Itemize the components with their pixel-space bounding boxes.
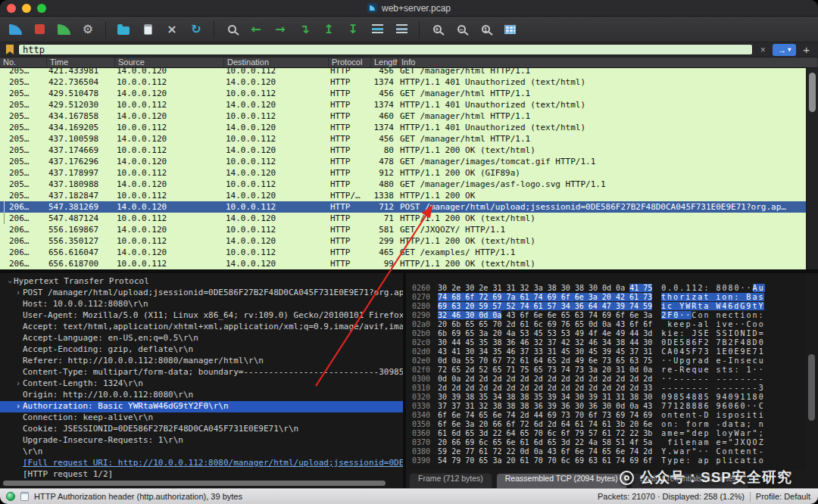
hex-row[interactable]: 028069 63 20 59 57 52 74 61 57 34 36 64 … — [412, 302, 806, 311]
detail-line[interactable]: Content-Type: multipart/form-data; bound… — [0, 367, 403, 378]
hex-ascii[interactable]: re-Reque sts: 1·· — [661, 366, 764, 374]
packet-row[interactable]: 206…656.61604714.0.0.12010.0.0.112HTTP46… — [0, 247, 806, 258]
packet-list-scrollbar[interactable] — [806, 68, 818, 269]
restart-capture-icon[interactable] — [55, 20, 73, 39]
go-back-icon[interactable]: ← — [247, 20, 265, 39]
hex-bytes[interactable]: 0d 0a 2d 2d 2d 2d 2d 2d 2d 2d 2d 2d 2d 2… — [438, 375, 652, 383]
hex-row[interactable]: 029032 46 30 0d 0a 43 6f 6e 6e 65 63 74 … — [412, 311, 806, 320]
hex-ascii[interactable]: ame="dep loyWar"; — [661, 429, 764, 437]
hex-bytes[interactable]: 2d 2d 2d 2d 2d 2d 2d 2d 2d 2d 2d 2d 2d 2… — [438, 384, 652, 392]
detail-line[interactable]: Referer: http://10.0.0.112:8080/manager/… — [0, 356, 403, 367]
packet-row[interactable]: 205…422.73650410.0.0.11214.0.0.120HTTP13… — [0, 76, 806, 88]
hex-row[interactable]: 03000d 0a 2d 2d 2d 2d 2d 2d 2d 2d 2d 2d … — [412, 375, 806, 384]
hex-row[interactable]: 027074 68 6f 72 69 7a 61 74 69 6f 6e 3a … — [412, 293, 806, 302]
hex-row[interactable]: 039054 79 70 65 3a 20 61 70 70 6c 69 63 … — [412, 456, 806, 465]
packet-list-scrollbar-thumb[interactable] — [809, 73, 816, 112]
bytes-tab[interactable]: Frame (712 bytes) — [409, 473, 492, 488]
packet-row[interactable]: 205…429.51047814.0.0.12010.0.0.112HTTP45… — [0, 88, 806, 99]
capture-options-icon[interactable]: ⚙ — [79, 20, 97, 39]
column-header-no[interactable]: No. — [0, 58, 47, 67]
hex-ascii[interactable]: 0.0.112: 8080··Au — [661, 284, 764, 292]
start-capture-icon[interactable] — [6, 20, 24, 39]
colorize-icon[interactable] — [392, 20, 411, 39]
hex-bytes[interactable]: 20 6b 65 65 70 2d 61 6c 69 76 65 0d 0a 4… — [438, 320, 652, 328]
hex-row[interactable]: 02c030 44 45 35 38 36 46 32 37 42 32 46 … — [412, 338, 806, 347]
detail-line[interactable]: User-Agent: Mozilla/5.0 (X11; Linux x86_… — [0, 310, 403, 322]
hex-ascii[interactable]: 09854885 94091180 — [661, 393, 764, 401]
zoom-out-icon[interactable] — [452, 20, 470, 39]
packet-row[interactable]: 206…547.48712410.0.0.11214.0.0.120HTTP71… — [0, 213, 806, 224]
detail-line[interactable]: Connection: keep-alive\r\n — [0, 412, 403, 424]
hex-row[interactable]: 038059 2e 77 61 72 22 0d 0a 43 6f 6e 74 … — [412, 447, 806, 456]
hex-row[interactable]: 037020 66 69 6c 65 6e 61 6d 65 3d 22 4a … — [412, 438, 806, 447]
hex-ascii[interactable]: Y.war"·· Content- — [661, 447, 764, 456]
find-packet-icon[interactable] — [223, 20, 241, 39]
hex-row[interactable]: 026030 2e 30 2e 31 31 32 3a 38 30 38 30 … — [412, 284, 806, 293]
detail-line[interactable]: Upgrade-Insecure-Requests: 1\r\n — [0, 435, 403, 446]
minimize-button[interactable] — [22, 4, 31, 13]
hex-bytes[interactable]: 6f 6e 3a 20 66 6f 72 6d 2d 64 61 74 61 3… — [438, 420, 652, 428]
open-file-icon[interactable] — [114, 20, 133, 39]
close-button[interactable] — [7, 4, 16, 13]
hex-bytes[interactable]: 32 46 30 0d 0a 43 6f 6e 6e 65 63 74 69 6… — [438, 311, 652, 319]
packet-row[interactable]: 206…656.61870010.0.0.11214.0.0.120HTTP99… — [0, 258, 806, 269]
detail-line[interactable]: Accept-Encoding: gzip, deflate\r\n — [0, 344, 403, 356]
packet-row[interactable]: 205…437.10059814.0.0.12010.0.0.112HTTP45… — [0, 133, 806, 145]
hex-bytes[interactable]: 30 39 38 35 34 38 38 35 39 34 30 39 31 3… — [438, 393, 652, 401]
go-first-icon[interactable]: ↥ — [320, 20, 338, 39]
hex-ascii[interactable]: 2F0··Con nection: — [661, 311, 764, 319]
detail-line[interactable]: [Full request URI: http://10.0.0.112:808… — [0, 458, 403, 469]
auto-scroll-icon[interactable] — [368, 20, 386, 39]
hex-row[interactable]: 032030 39 38 35 34 38 38 35 39 34 30 39 … — [412, 393, 806, 402]
hex-row[interactable]: 03406f 6e 74 65 6e 74 2d 44 69 73 70 6f … — [412, 411, 806, 420]
hex-bytes[interactable]: 30 44 45 35 38 36 46 32 37 42 32 46 34 3… — [438, 338, 652, 347]
packet-row[interactable]: 205…437.18098814.0.0.12010.0.0.112HTTP48… — [0, 179, 806, 190]
maximize-button[interactable] — [37, 4, 46, 13]
capture-comment-icon[interactable] — [20, 492, 29, 501]
expert-info-icon[interactable] — [6, 492, 15, 501]
detail-line[interactable]: Host: 10.0.0.112:8080\r\n — [0, 299, 403, 310]
hex-ascii[interactable]: thorizat ion: Bas — [661, 293, 764, 301]
hex-row[interactable]: 02e00d 0a 55 70 67 72 61 64 65 2d 49 6e … — [412, 356, 806, 366]
packet-row[interactable]: 205…437.18284710.0.0.11214.0.0.120HTTP/…… — [0, 190, 806, 201]
hex-bytes[interactable]: 6b 69 65 3a 20 4a 53 45 53 53 49 4f 4e 4… — [438, 329, 652, 338]
column-header-time[interactable]: Time — [47, 58, 115, 67]
hex-row[interactable]: 03506f 6e 3a 20 66 6f 72 6d 2d 64 61 74 … — [412, 420, 806, 429]
stop-capture-icon[interactable] — [30, 20, 48, 39]
hex-row[interactable]: 02b06b 69 65 3a 20 4a 53 45 53 53 49 4f … — [412, 329, 806, 338]
display-filter-input[interactable] — [18, 44, 753, 55]
packet-row[interactable]: 205…437.17899710.0.0.11214.0.0.120HTTP91… — [0, 167, 806, 179]
hex-ascii[interactable]: ic YWRta W46dG9tY — [661, 302, 764, 310]
column-header-info[interactable]: Info — [398, 58, 818, 67]
detail-line[interactable]: ›Content-Length: 1324\r\n — [0, 378, 403, 390]
column-header-length[interactable]: Length — [371, 58, 398, 67]
hex-ascii[interactable]: on: form -data; n — [661, 420, 764, 428]
hex-scrollbar-thumb[interactable] — [808, 354, 815, 421]
hex-bytes[interactable]: 37 37 31 32 38 38 38 36 39 36 30 36 30 0… — [438, 402, 652, 410]
hex-bytes[interactable]: 61 6d 65 3d 22 64 65 70 6c 6f 79 57 61 7… — [438, 429, 652, 437]
column-header-destination[interactable]: Destination — [224, 58, 329, 67]
save-file-icon[interactable] — [139, 20, 157, 39]
hex-ascii[interactable]: ··Upgrad e-Insecu — [661, 356, 764, 365]
packet-row[interactable]: 205…421.43398114.0.0.12010.0.0.112HTTP45… — [0, 68, 806, 76]
hex-ascii[interactable]: -------- -------3 — [661, 384, 764, 392]
detail-line[interactable]: ›Authorization: Basic YWRtaW46dG9tY2F0\r… — [0, 401, 403, 412]
filter-apply-button[interactable]: → ▾ — [773, 44, 796, 56]
hex-ascii[interactable]: filenam e="JXQOZ — [661, 438, 764, 446]
column-header-source[interactable]: Source — [115, 58, 224, 67]
expander-icon[interactable]: › — [14, 401, 23, 412]
packet-row[interactable]: 205…434.16920510.0.0.11214.0.0.120HTTP13… — [0, 122, 806, 133]
go-last-icon[interactable]: ↧ — [344, 20, 362, 39]
hex-row[interactable]: 02a020 6b 65 65 70 2d 61 6c 69 76 65 0d … — [412, 320, 806, 329]
expander-icon[interactable]: › — [14, 378, 23, 390]
hex-bytes[interactable]: 20 66 69 6c 65 6e 61 6d 65 3d 22 4a 58 5… — [438, 438, 652, 446]
detail-line[interactable]: ›POST /manager/html/upload;jsessionid=0D… — [0, 288, 403, 299]
status-profile[interactable]: Profile: Default — [756, 492, 812, 501]
zoom-reset-icon[interactable] — [476, 20, 495, 39]
detail-line[interactable]: Cookie: JSESSIONID=0DE586F27B2F48D0CA045… — [0, 424, 403, 435]
packet-row[interactable]: 206…556.16986714.0.0.12010.0.0.112HTTP58… — [0, 224, 806, 235]
detail-line[interactable]: [HTTP request 1/2] — [0, 469, 403, 481]
hex-bytes[interactable]: 69 63 20 59 57 52 74 61 57 34 36 64 47 3… — [438, 302, 652, 310]
hex-ascii[interactable]: kie: JSE SSIONID= — [661, 329, 764, 338]
hex-bytes[interactable]: 72 65 2d 52 65 71 75 65 73 74 73 3a 20 3… — [438, 366, 652, 374]
